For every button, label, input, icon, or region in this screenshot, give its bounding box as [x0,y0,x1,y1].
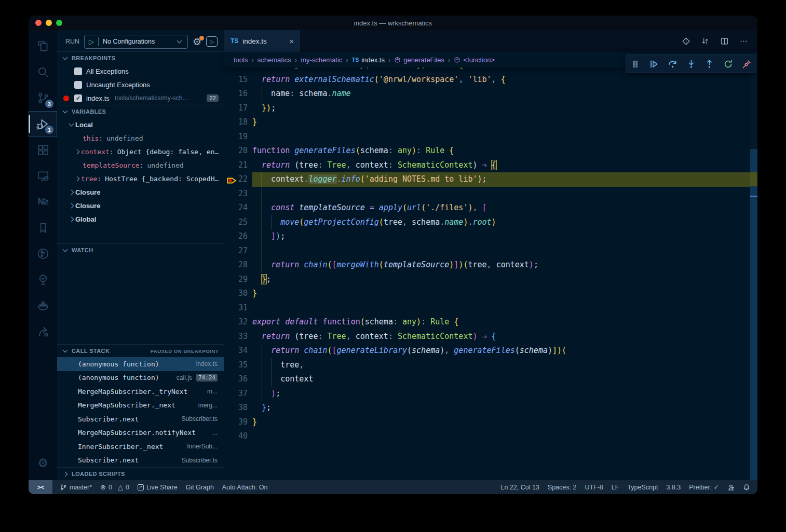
gutter-line-14[interactable]: 14 [224,67,252,73]
gutter-line-24[interactable]: 24 [224,201,252,215]
code-line-34[interactable]: 34 return chain([generateLibrary(schema)… [224,344,750,358]
variable-row[interactable]: Closure [57,199,224,212]
step-over-icon[interactable] [663,60,682,69]
configure-gear-button[interactable]: ⚙ [193,37,201,47]
breadcrumb-item-schematics[interactable]: schematics [258,56,291,64]
status-item-problems[interactable]: ⊗0△0 [100,483,129,491]
code-line-38[interactable]: 38 }; [224,401,750,415]
variable-row[interactable]: tree:HostTree {_backend: ScopedH… [57,172,224,185]
code-line-32[interactable]: 32export default function(schema: any): … [224,315,750,330]
chevron-right-icon[interactable] [75,149,80,154]
code-content[interactable]: const templateSource = apply(url('./file… [252,201,750,215]
code-content[interactable] [252,244,750,258]
call-stack-frame[interactable]: (anonymous function)call.js74:24 [57,371,224,385]
code-line-19[interactable]: 19 [224,130,750,144]
gutter-line-32[interactable]: 32 [224,315,252,330]
call-stack-section-header[interactable]: CALL STACK PAUSED ON BREAKPOINT [57,344,224,357]
chevron-right-icon[interactable] [69,216,74,222]
gutter-line-29[interactable]: 29 [224,272,252,287]
code-content[interactable]: return (tree: Tree, context: SchematicCo… [252,158,750,173]
code-line-15[interactable]: 15 return externalSchematic('@nrwl/works… [224,73,750,87]
gutter-line-17[interactable]: 17 [224,101,252,116]
code-content[interactable]: return externalSchematic('@nrwl/workspac… [252,73,750,87]
code-content[interactable] [252,429,750,444]
step-out-icon[interactable] [700,60,719,69]
call-stack-frame[interactable]: MergeMapSubscriber._tryNextm... [57,385,224,399]
code-line-21[interactable]: 21 return (tree: Tree, context: Schemati… [224,158,750,173]
breadcrumb-item-my-schematic[interactable]: my-schematic [301,56,342,64]
call-stack-frame[interactable]: InnerSubscriber._nextInnerSub... [57,440,224,454]
code-content[interactable]: } [252,287,750,301]
launch-configuration-dropdown[interactable]: ▷ No Configurations [84,35,188,49]
breadcrumb-item-tools[interactable]: tools [234,56,248,64]
split-editor-icon[interactable] [720,37,729,46]
activity-item-gitlens[interactable] [29,241,57,267]
code-content[interactable] [252,301,750,316]
code-line-29[interactable]: 29 }; [224,272,750,287]
editor-scrollbar[interactable] [750,67,757,480]
compare-changes-icon[interactable] [701,37,710,46]
status-item-feedback[interactable] [727,484,735,491]
status-item-cursor-position[interactable]: Ln 22, Col 13 [500,484,539,491]
gutter-line-21[interactable]: 21 [224,158,252,173]
breadcrumb-item--function-[interactable]: <function> [454,56,495,64]
code-content[interactable]: context.logger.info('adding NOTES.md to … [252,172,750,187]
activity-item-docker[interactable] [29,293,57,319]
activity-item-extensions[interactable] [29,137,57,163]
gutter-line-33[interactable]: 33 [224,330,252,344]
variable-row[interactable]: Local [57,118,224,131]
close-window-button[interactable] [35,20,42,26]
breakpoint-row[interactable]: Uncaught Exceptions [57,78,224,91]
tab-index-ts[interactable]: TS index.ts × [224,30,300,52]
breadcrumb-item-generatefiles[interactable]: generateFiles [394,56,444,64]
code-line-37[interactable]: 37 ); [224,387,750,401]
code-line-17[interactable]: 17 }); [224,101,750,116]
remote-indicator[interactable]: >< [29,480,52,494]
loaded-scripts-section-header[interactable]: LOADED SCRIPTS [57,467,224,480]
breakpoint-checkbox[interactable] [74,81,82,89]
chevron-right-icon[interactable] [69,203,74,208]
code-content[interactable]: } [252,415,750,430]
variable-row[interactable]: context:Object {debug: false, en… [57,145,224,158]
call-stack-frame[interactable]: (anonymous function)index.ts [57,357,224,371]
code-content[interactable] [252,187,750,201]
more-actions-icon[interactable] [739,37,748,46]
minimize-window-button[interactable] [46,20,52,26]
code-line-18[interactable]: 18} [224,115,750,130]
code-content[interactable]: } [252,115,750,130]
gutter-line-23[interactable]: 23 [224,187,252,201]
code-content[interactable]: return chain([generateLibrary(schema), g… [252,344,750,358]
status-item-prettier[interactable]: Prettier: ✓ [689,483,719,491]
status-item-auto-attach[interactable]: Auto Attach: On [222,484,268,491]
status-item-ts-version[interactable]: 3.8.3 [666,484,681,491]
code-line-27[interactable]: 27 [224,244,750,258]
activity-item-nx-console[interactable]: N≥ [29,189,57,215]
variable-row[interactable]: this:undefined [57,131,224,145]
status-item-git-graph[interactable]: Git Graph [186,484,214,491]
code-line-20[interactable]: 20function generateFiles(schema: any): R… [224,144,750,158]
status-item-live-share[interactable]: ↗Live Share [138,484,178,491]
code-line-31[interactable]: 31 [224,301,750,316]
code-line-30[interactable]: 30} [224,287,750,301]
start-debugging-icon[interactable]: ▷ [89,38,94,45]
gutter-line-15[interactable]: 15 [224,73,252,87]
code-content[interactable] [252,130,750,144]
code-content[interactable]: return (tree: Tree, context: SchematicCo… [252,330,750,344]
restart-icon[interactable] [719,60,738,69]
code-line-36[interactable]: 36 context [224,372,750,387]
code-line-35[interactable]: 35 tree, [224,358,750,373]
code-line-28[interactable]: 28 return chain([mergeWith(templateSourc… [224,258,750,272]
code-content[interactable]: name: schema.name [252,87,750,101]
gutter-line-16[interactable]: 16 [224,87,252,101]
code-content[interactable]: tree, [252,358,750,373]
activity-item-remote-explorer[interactable] [29,163,57,189]
debug-console-button[interactable]: ▷ [206,36,218,47]
code-content[interactable]: ); [252,387,750,401]
activity-item-test-explorer[interactable] [29,267,57,293]
gutter-line-36[interactable]: 36 [224,372,252,387]
breakpoints-section-header[interactable]: BREAKPOINTS [57,51,224,64]
watch-section-header[interactable]: WATCH [57,243,224,256]
code-editor[interactable]: 14function generateLibrary(schema: any):… [224,67,757,480]
gutter-line-39[interactable]: 39 [224,415,252,430]
breakpoint-row[interactable]: ✓index.tstools/schematics/my-sch...22 [57,91,224,105]
